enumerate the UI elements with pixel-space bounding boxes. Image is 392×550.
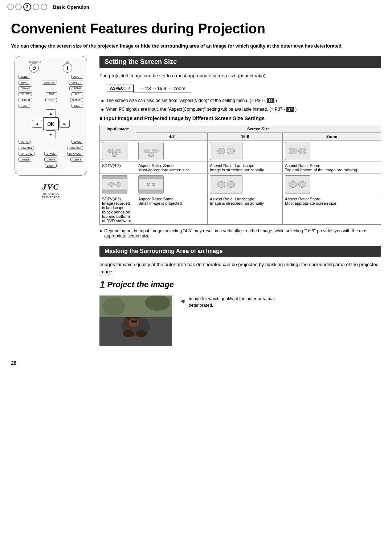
- bullet-item-1: ● The screen size can also be set from "…: [101, 97, 381, 104]
- section1-text: The projected image can be set to a most…: [99, 72, 381, 80]
- remote-control: STANDBY ⏻ ON I LENS INPUT INFO LENS: [15, 56, 87, 176]
- lensap-button[interactable]: LENS.AP: [42, 81, 57, 85]
- lens-button[interactable]: LENS: [19, 75, 30, 79]
- table-row-illustrations-2: [100, 174, 381, 195]
- table-cell-input-label-1: SDTV(4:3): [100, 162, 136, 174]
- step-circle-2: [15, 4, 22, 10]
- stage-button[interactable]: STAGE: [44, 152, 57, 156]
- color-tint-nr-row: COLOR TINT N.R: [19, 92, 83, 96]
- circle-img: [227, 181, 235, 188]
- up-button[interactable]: ▲: [46, 109, 56, 117]
- standby-col: STANDBY ⏻: [29, 61, 41, 73]
- nr-button[interactable]: N.R: [72, 92, 83, 96]
- gamma-ctemp-row: GAMMA C.TEMP: [19, 86, 83, 90]
- user3-button[interactable]: USER3: [70, 158, 83, 162]
- on-col: ON I: [63, 61, 72, 73]
- animal-photo: [99, 296, 172, 346]
- circle-img: [289, 148, 297, 154]
- step1-content: ◄ Image for which quality at the outer a…: [99, 296, 381, 346]
- input-screen-2: [102, 175, 127, 193]
- picture-mode-row: NATURAL STAGE DYNAMIC: [19, 152, 83, 156]
- hide-button[interactable]: HIDE: [72, 104, 83, 108]
- step-circle-1: [7, 4, 14, 10]
- header-title: Basic Operation: [53, 4, 89, 10]
- cinema-row: CINEMA1 CINEMA2: [19, 146, 83, 150]
- light-button[interactable]: LIGHT: [45, 164, 57, 168]
- model-number: RM-MH2GB: [43, 192, 59, 196]
- standby-label: STANDBY: [29, 61, 41, 63]
- table-cell-169-img-1: [208, 140, 283, 162]
- menu-button[interactable]: MENU: [19, 140, 30, 144]
- content-row: STANDBY ⏻ ON I LENS INPUT INFO LENS: [11, 56, 381, 346]
- step1-number: 1: [99, 279, 105, 290]
- page-content: Convenient Features during Projection Yo…: [0, 21, 392, 357]
- table-cell-43-img-1: [136, 140, 208, 162]
- right-button[interactable]: ►: [60, 120, 70, 128]
- circle-img: [152, 183, 155, 186]
- bright-button[interactable]: BRIGHT: [19, 98, 32, 102]
- table-cell-169-img-2: [208, 174, 283, 195]
- color-button[interactable]: COLOR: [19, 92, 32, 96]
- table-cell-input-img-1: [100, 140, 136, 162]
- circle-img: [217, 181, 225, 188]
- intro-text: You can change the screen size of the pr…: [11, 42, 367, 50]
- menu-back-row: MENU BACK: [19, 140, 83, 144]
- table-row-desc-2: SDTV(4:3)Image recorded in landscape (bl…: [100, 195, 381, 225]
- circle-img: [289, 181, 297, 188]
- natural-button[interactable]: NATURAL: [19, 152, 34, 156]
- ctemp-button[interactable]: C.TEMP: [69, 86, 83, 90]
- info-button[interactable]: INFO: [19, 81, 30, 85]
- back-button[interactable]: BACK: [72, 140, 83, 144]
- dpad-up-row: ▲: [46, 109, 56, 117]
- circle-img: [112, 152, 118, 157]
- gamma-button[interactable]: GAMMA: [19, 86, 32, 90]
- cinema1-button[interactable]: CINEMA1: [19, 146, 34, 150]
- photo-inner: [99, 296, 172, 346]
- step1-title: Project the image: [107, 280, 174, 289]
- down-button[interactable]: ▼: [46, 130, 56, 138]
- aspect-button[interactable]: ASPECT: [69, 81, 83, 85]
- note-text: Depending on the input image, selecting …: [104, 228, 381, 239]
- standby-button[interactable]: ⏻: [29, 63, 39, 73]
- dpad-down-row: ▼: [46, 130, 56, 138]
- aspect-diagram: ASPECT ↗ →4:3 →16:9 → zoom: [107, 84, 381, 93]
- bright-cont-sharp-row: BRIGHT CONT SHARP: [19, 98, 83, 102]
- input-button[interactable]: INPUT: [71, 75, 83, 79]
- test-button[interactable]: TEST: [19, 104, 30, 108]
- table-cell-input-img-2: [100, 174, 136, 195]
- sharp-button[interactable]: SHARP: [70, 98, 83, 102]
- left-button[interactable]: ◄: [32, 120, 42, 128]
- section2-intro: Images for which quality at the outer ar…: [99, 261, 381, 275]
- circle-img: [227, 148, 235, 154]
- light-row: LIGHT: [19, 164, 83, 168]
- user1-button[interactable]: USER1: [19, 158, 31, 162]
- svg-point-11: [145, 296, 170, 311]
- user-row: USER1 USER2 USER3: [19, 158, 83, 162]
- section1-header: Setting the Screen Size: [99, 56, 381, 68]
- aspect-btn-box: ASPECT ↗: [107, 85, 134, 92]
- bullet-item-2: ● When PC signals are input, the "Aspect…: [101, 106, 381, 113]
- table-header-43: 4:3: [136, 133, 208, 140]
- cont-button[interactable]: CONT: [45, 98, 57, 102]
- photo-caption: ◄ Image for which quality at the outer a…: [179, 296, 288, 309]
- step-circle-active: 3: [23, 3, 31, 11]
- step-indicator: 3: [7, 3, 47, 11]
- user2-button[interactable]: USER2: [44, 158, 57, 162]
- circle-img: [298, 181, 306, 188]
- on-label: ON: [63, 61, 72, 63]
- step-circle-5: [41, 4, 47, 10]
- table-cell-zoom-desc-1: Aspect Ratio: SameTop and bottom of the …: [283, 162, 381, 174]
- step-circle-4: [33, 4, 39, 10]
- on-button[interactable]: I: [63, 63, 72, 73]
- table-cell-43-img-2: [136, 174, 208, 195]
- section2-header: Masking the Surrounding Area of an Image: [99, 246, 381, 257]
- dynamic-button[interactable]: DYNAMIC: [67, 152, 83, 156]
- cinema2-button[interactable]: CINEMA2: [68, 146, 83, 150]
- output-screen-169-2: [210, 175, 242, 193]
- output-screen-43-1: [138, 142, 164, 160]
- arrow-icon: ◄: [179, 296, 186, 306]
- ok-button[interactable]: OK: [43, 117, 59, 130]
- table-note: ● Depending on the input image, selectin…: [99, 228, 381, 239]
- jvc-logo: JVC: [11, 182, 91, 192]
- tint-button[interactable]: TINT: [46, 92, 57, 96]
